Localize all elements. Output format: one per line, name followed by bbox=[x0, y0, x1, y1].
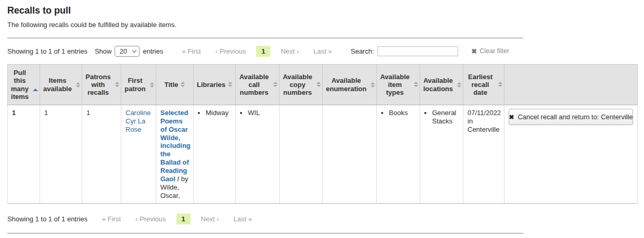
pagination-top: « First ‹ Previous 1 Next › Last » bbox=[175, 46, 339, 57]
column-header-label: Available call numbers bbox=[237, 73, 271, 97]
divider-bottom bbox=[7, 233, 523, 234]
column-header-label: Available item types bbox=[378, 73, 411, 97]
location-item: General Stacks bbox=[432, 109, 459, 126]
sort-icon bbox=[150, 82, 154, 87]
cancel-recall-label: Cancel recall and return to: Centerville bbox=[517, 113, 633, 121]
column-header-actions bbox=[504, 65, 638, 105]
current-page-button[interactable]: 1 bbox=[256, 46, 270, 57]
library-item: Midway bbox=[206, 109, 231, 117]
next-page-button[interactable]: Next › bbox=[194, 215, 226, 223]
clear-filter-label: Clear filter bbox=[479, 47, 509, 55]
cell-available-copy-numbers bbox=[280, 105, 323, 204]
page-size-select[interactable]: 20 bbox=[115, 46, 140, 57]
cell-available-item-types: Books bbox=[377, 105, 420, 204]
column-header-label: Available locations bbox=[422, 77, 454, 93]
column-header-available-enumeration[interactable]: Available enumeration bbox=[323, 65, 377, 105]
column-header-earliest-recall-date[interactable]: Earliest recall date bbox=[463, 65, 504, 105]
chevron-down-icon bbox=[132, 48, 136, 52]
entries-info-top: Showing 1 to 1 of 1 entries bbox=[7, 47, 87, 55]
entries-label: entries bbox=[143, 47, 163, 55]
column-header-available-item-types[interactable]: Available item types bbox=[377, 65, 420, 105]
sort-icon bbox=[181, 82, 185, 87]
column-header-available-locations[interactable]: Available locations bbox=[420, 65, 463, 105]
column-header-libraries[interactable]: Libraries bbox=[194, 65, 236, 105]
current-page-button[interactable]: 1 bbox=[176, 214, 191, 224]
pagination-bottom: « First ‹ Previous 1 Next › Last » bbox=[95, 214, 259, 224]
column-header-label: Libraries bbox=[197, 81, 225, 89]
cell-available-locations: General Stacks bbox=[420, 105, 463, 204]
column-header-label: Patrons with recalls bbox=[84, 73, 112, 97]
cell-earliest-recall-date: 07/11/2022 in Centerville bbox=[463, 105, 504, 204]
last-page-button[interactable]: Last » bbox=[306, 47, 339, 55]
cell-items-available: 1 bbox=[40, 105, 82, 204]
sort-ascending-icon bbox=[33, 81, 38, 89]
previous-page-button[interactable]: ‹ Previous bbox=[128, 215, 173, 223]
show-label: Show bbox=[95, 47, 112, 55]
recalls-table: Pull this many items Items available Pat… bbox=[7, 64, 638, 204]
first-page-button[interactable]: « First bbox=[95, 215, 128, 223]
cell-first-patron: Caroline Cyr La Rose bbox=[121, 105, 156, 204]
patron-link[interactable]: Caroline Cyr La Rose bbox=[125, 109, 150, 133]
column-header-label: Available copy numbers bbox=[281, 73, 314, 97]
sort-icon bbox=[115, 82, 119, 87]
column-header-pull-items[interactable]: Pull this many items bbox=[8, 65, 40, 105]
column-header-label: Items available bbox=[42, 77, 73, 93]
page-size-group: Show 20 entries bbox=[95, 46, 167, 57]
entries-info-bottom: Showing 1 to 1 of 1 entries bbox=[7, 215, 87, 223]
item-type-item: Books bbox=[389, 109, 415, 117]
recalls-to-pull-page: Recalls to pull The following recalls co… bbox=[0, 5, 644, 234]
column-header-available-copy-numbers[interactable]: Available copy numbers bbox=[280, 65, 323, 105]
column-header-items-available[interactable]: Items available bbox=[40, 65, 82, 105]
sort-icon bbox=[228, 82, 232, 87]
clear-filter-button[interactable]: ✖ Clear filter bbox=[471, 47, 509, 55]
title-link[interactable]: Selected Poems of Oscar Wilde, including… bbox=[160, 109, 191, 183]
page-subtitle: The following recalls could be fulfilled… bbox=[7, 21, 644, 29]
clear-filter-x-icon: ✖ bbox=[471, 47, 477, 55]
cell-available-call-numbers: WIL bbox=[236, 105, 280, 204]
table-row: 1 1 1 Caroline Cyr La Rose Selected Poem… bbox=[8, 105, 638, 204]
cell-actions: ✖ Cancel recall and return to: Centervil… bbox=[504, 105, 638, 204]
cell-pull-items: 1 bbox=[8, 105, 40, 204]
table-controls-top: Showing 1 to 1 of 1 entries Show 20 entr… bbox=[7, 45, 644, 57]
last-page-button[interactable]: Last » bbox=[226, 215, 259, 223]
column-header-label: Available enumeration bbox=[324, 77, 368, 93]
cell-patrons-with-recalls: 1 bbox=[82, 105, 121, 204]
search-label: Search: bbox=[350, 47, 374, 55]
table-controls-bottom: Showing 1 to 1 of 1 entries « First ‹ Pr… bbox=[7, 213, 644, 224]
column-header-title[interactable]: Title bbox=[156, 65, 194, 105]
previous-page-button[interactable]: ‹ Previous bbox=[208, 47, 254, 55]
cell-available-enumeration bbox=[323, 105, 377, 204]
column-header-label: Title bbox=[165, 81, 179, 89]
sort-icon bbox=[317, 82, 321, 87]
column-header-patrons-with-recalls[interactable]: Patrons with recalls bbox=[82, 65, 121, 105]
cancel-recall-button[interactable]: ✖ Cancel recall and return to: Centervil… bbox=[509, 109, 633, 125]
cell-title: Selected Poems of Oscar Wilde, including… bbox=[156, 105, 194, 204]
divider-top bbox=[7, 37, 523, 39]
call-number-item: WIL bbox=[248, 109, 275, 117]
sort-icon bbox=[371, 82, 375, 87]
sort-icon bbox=[414, 82, 418, 87]
column-header-label: Earliest recall date bbox=[465, 73, 496, 97]
page-title: Recalls to pull bbox=[7, 5, 644, 16]
page-size-value: 20 bbox=[119, 47, 127, 55]
sort-icon bbox=[457, 82, 461, 87]
header-row: Pull this many items Items available Pat… bbox=[8, 65, 638, 105]
column-header-available-call-numbers[interactable]: Available call numbers bbox=[236, 65, 280, 105]
sort-icon bbox=[498, 82, 502, 87]
search-input[interactable] bbox=[377, 46, 458, 56]
column-header-label: First patron bbox=[123, 77, 147, 93]
column-header-label: Pull this many items bbox=[9, 69, 30, 101]
sort-icon bbox=[76, 82, 80, 87]
column-header-first-patron[interactable]: First patron bbox=[121, 65, 156, 105]
cancel-x-icon: ✖ bbox=[509, 114, 514, 121]
next-page-button[interactable]: Next › bbox=[273, 47, 306, 55]
sort-icon bbox=[273, 82, 277, 87]
cell-libraries: Midway bbox=[194, 105, 236, 204]
first-page-button[interactable]: « First bbox=[175, 47, 208, 55]
